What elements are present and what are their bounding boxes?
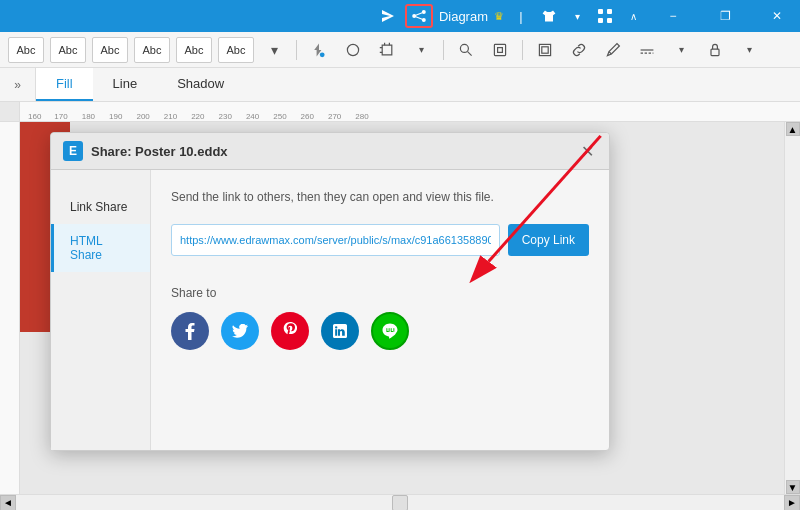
horizontal-ruler: 160 170 180 190 200 210 220 230 240 250 … [0, 102, 800, 122]
line-share-button[interactable] [371, 312, 409, 350]
copy-link-button[interactable]: Copy Link [508, 224, 589, 256]
dropdown-crop-icon[interactable]: ▾ [407, 37, 435, 63]
apps-icon[interactable] [594, 5, 616, 27]
svg-point-1 [422, 10, 426, 14]
svg-line-12 [468, 51, 472, 55]
svg-rect-14 [498, 47, 503, 52]
style-btn-6[interactable]: Abc [218, 37, 254, 63]
dropdown-lock-icon[interactable]: ▾ [735, 37, 763, 63]
scrollbar-vertical[interactable]: ▲ ▼ [784, 122, 800, 494]
svg-line-4 [416, 17, 422, 19]
dialog-sidebar: Link Share HTML Share [51, 170, 151, 450]
dialog-description: Send the link to others, then they can o… [171, 190, 589, 204]
chevron-up-icon[interactable]: ∧ [622, 5, 644, 27]
toolbar-separator-3 [522, 40, 523, 60]
share-to-label: Share to [171, 286, 589, 300]
scroll-left-button[interactable]: ◄ [0, 495, 16, 511]
shirt-icon[interactable] [538, 5, 560, 27]
svg-rect-7 [598, 18, 603, 23]
svg-rect-16 [542, 46, 548, 52]
close-button[interactable]: ✕ [754, 0, 800, 32]
style-btn-2[interactable]: Abc [50, 37, 86, 63]
social-buttons-row [171, 312, 589, 350]
svg-line-3 [416, 13, 422, 15]
canvas-area: E Share: Poster 10.eddx ✕ Link Share HTM… [0, 122, 800, 494]
shape-icon[interactable] [339, 37, 367, 63]
scroll-right-button[interactable]: ► [784, 495, 800, 511]
svg-rect-15 [539, 44, 550, 55]
toolbar-separator-1 [296, 40, 297, 60]
frame-icon[interactable] [531, 37, 559, 63]
svg-rect-19 [711, 49, 719, 55]
fit-icon[interactable] [486, 37, 514, 63]
svg-point-11 [460, 44, 468, 52]
ruler-marks: 160 170 180 190 200 210 220 230 240 250 … [20, 102, 376, 121]
send-icon[interactable] [377, 5, 399, 27]
linkedin-share-button[interactable] [321, 312, 359, 350]
vertical-ruler [0, 122, 20, 494]
twitter-share-button[interactable] [221, 312, 259, 350]
svg-rect-6 [607, 9, 612, 14]
dialog-body: Link Share HTML Share Send the link to o… [51, 170, 609, 450]
expand-button[interactable]: » [0, 68, 36, 101]
dialog-main-content: Send the link to others, then they can o… [151, 170, 609, 450]
tab-line[interactable]: Line [93, 68, 158, 101]
style-btn-1[interactable]: Abc [8, 37, 44, 63]
lock-icon[interactable] [701, 37, 729, 63]
brush-icon[interactable] [599, 37, 627, 63]
dropdown-chevron[interactable]: ▾ [566, 5, 588, 27]
facebook-share-button[interactable] [171, 312, 209, 350]
link-row: Copy Link [171, 224, 589, 256]
dialog-title: Share: Poster 10.eddx [91, 144, 228, 159]
toolbar-separator-2 [443, 40, 444, 60]
canvas-content: E Share: Poster 10.eddx ✕ Link Share HTM… [20, 122, 784, 494]
tab-shadow[interactable]: Shadow [157, 68, 244, 101]
style-btn-4[interactable]: Abc [134, 37, 170, 63]
sidebar-item-link-share[interactable]: Link Share [51, 190, 150, 224]
search-icon[interactable] [452, 37, 480, 63]
style-btn-5[interactable]: Abc [176, 37, 212, 63]
share-dialog: E Share: Poster 10.eddx ✕ Link Share HTM… [50, 132, 610, 451]
paint-icon[interactable] [305, 37, 333, 63]
svg-point-9 [320, 52, 325, 57]
dash-icon[interactable] [633, 37, 661, 63]
dropdown-style-icon[interactable]: ▾ [260, 37, 288, 63]
dialog-close-button[interactable]: ✕ [577, 141, 597, 161]
svg-point-2 [422, 18, 426, 22]
link-input[interactable] [171, 224, 500, 256]
svg-point-10 [347, 44, 358, 55]
scroll-up-button[interactable]: ▲ [786, 122, 800, 136]
svg-rect-8 [607, 18, 612, 23]
app-name-label: Diagram [439, 9, 488, 24]
svg-rect-13 [494, 44, 505, 55]
pinterest-share-button[interactable] [271, 312, 309, 350]
dialog-title-row: E Share: Poster 10.eddx [63, 141, 228, 161]
scrollbar-horizontal[interactable]: ◄ ► [0, 494, 800, 510]
dialog-app-icon: E [63, 141, 83, 161]
crop-icon[interactable] [373, 37, 401, 63]
tab-fill[interactable]: Fill [36, 68, 93, 101]
title-bar: Diagram ♛ | ▾ ∧ − ❐ ✕ [0, 0, 800, 32]
dialog-header: E Share: Poster 10.eddx ✕ [51, 133, 609, 170]
share-button[interactable] [405, 4, 433, 28]
scroll-down-button[interactable]: ▼ [786, 480, 800, 494]
dropdown-dash-icon[interactable]: ▾ [667, 37, 695, 63]
style-btn-3[interactable]: Abc [92, 37, 128, 63]
crown-icon: ♛ [494, 10, 504, 23]
svg-point-0 [412, 14, 416, 18]
main-toolbar: Abc Abc Abc Abc Abc Abc ▾ ▾ [0, 32, 800, 68]
sidebar-item-html-share[interactable]: HTML Share [51, 224, 150, 272]
minimize-button[interactable]: − [650, 0, 696, 32]
dialog-overlay: E Share: Poster 10.eddx ✕ Link Share HTM… [20, 122, 784, 494]
link-icon[interactable] [565, 37, 593, 63]
svg-rect-5 [598, 9, 603, 14]
scroll-thumb-h [392, 495, 408, 511]
ruler-corner [0, 102, 20, 122]
separator-icon: | [510, 5, 532, 27]
restore-button[interactable]: ❐ [702, 0, 748, 32]
properties-toolbar: » Fill Line Shadow [0, 68, 800, 102]
